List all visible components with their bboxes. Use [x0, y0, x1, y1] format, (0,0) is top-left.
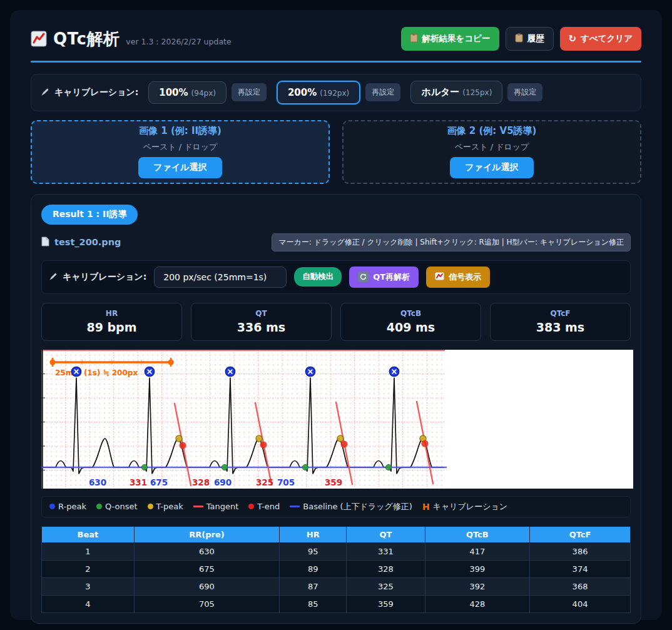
t-peak-dot-icon — [148, 504, 153, 509]
metric-card-qt: QT 336 ms — [191, 303, 332, 341]
file-select-button-1[interactable]: ファイル選択 — [138, 157, 221, 178]
clipboard-icon — [410, 33, 418, 44]
clear-all-button[interactable]: ↻ すべてクリア — [560, 27, 641, 51]
pencil-icon — [49, 272, 58, 282]
q-onset-dot-icon — [96, 504, 102, 509]
calibration-label: キャリブレーション: — [54, 87, 138, 98]
t-end-dot-icon — [248, 504, 254, 509]
beats-table: Beat RR(pre) HR QT QTcB QTcF 16309533141… — [41, 526, 631, 613]
app-window: QTc解析 ver 1.3 : 2026/2/27 update 解析結果をコピ… — [10, 10, 662, 620]
paste-drop-hint: ペースト / ドロップ — [455, 141, 529, 153]
refresh-icon: ↻ — [569, 34, 577, 44]
table-row: 163095331417386 — [42, 542, 631, 560]
table-row: 470585359428404 — [42, 595, 631, 612]
signal-chart-icon — [435, 272, 444, 282]
svg-text:359: 359 — [325, 477, 342, 487]
preset-200-reset-button[interactable]: 再設定 — [365, 83, 400, 101]
svg-text:690: 690 — [214, 477, 232, 487]
clipboard-icon — [515, 33, 523, 44]
metric-card-hr: HR 89 bpm — [41, 303, 182, 341]
calibration-toolbar: キャリブレーション: 100% (94px) 再設定 200% (192px) … — [31, 74, 641, 111]
result-calibration-row: キャリブレーション: 自動検出 QT再解析 信号表示 — [41, 260, 631, 294]
calibration-h-icon: H — [422, 502, 430, 512]
svg-text:705: 705 — [277, 477, 295, 487]
version-label: ver 1.3 : 2026/2/27 update — [126, 37, 231, 46]
preset-100-button[interactable]: 100% (94px) — [148, 81, 227, 104]
preset-100-reset-button[interactable]: 再設定 — [232, 83, 267, 101]
marker-legend: R-peak Q-onset T-peak Tangent T-end Base… — [41, 496, 631, 517]
table-header-row: Beat RR(pre) HR QT QTcB QTcF — [42, 526, 631, 542]
file-select-button-2[interactable]: ファイル選択 — [450, 157, 533, 178]
svg-text:675: 675 — [150, 477, 168, 487]
metric-card-qtcf: QTcF 383 ms — [490, 303, 631, 341]
table-row: 267589328399374 — [42, 560, 631, 577]
sync-icon — [358, 272, 369, 282]
metrics-row: HR 89 bpm QT 336 ms QTcB 409 ms QTcF 383… — [41, 303, 631, 341]
auto-detect-button[interactable]: 自動検出 — [294, 267, 342, 287]
dropzone-image-2[interactable]: 画像 2 (例: V5誘導) ペースト / ドロップ ファイル選択 — [342, 120, 641, 184]
copy-results-button[interactable]: 解析結果をコピー — [401, 27, 499, 51]
app-logo-icon — [31, 31, 47, 49]
result-panel: Result 1 : II誘導 test_200.png マーカー: ドラッグ修… — [31, 194, 641, 624]
preset-200-button[interactable]: 200% (192px) — [277, 81, 360, 104]
dropzone-title: 画像 1 (例: II誘導) — [139, 125, 221, 137]
marker-hint-bar: マーカー: ドラッグ修正 / クリック削除 | Shift+クリック: R追加 … — [272, 233, 631, 251]
header-divider — [31, 61, 641, 63]
file-icon — [41, 236, 49, 248]
dropzones-row: 画像 1 (例: II誘導) ペースト / ドロップ ファイル選択 画像 2 (… — [31, 120, 641, 184]
dropzone-title: 画像 2 (例: V5誘導) — [447, 125, 537, 137]
page-title: QTc解析 — [53, 28, 120, 50]
pencil-icon — [41, 88, 49, 98]
r-peak-dot-icon — [49, 504, 55, 509]
svg-text:25mm (1s) ≒ 200px: 25mm (1s) ≒ 200px — [55, 368, 138, 377]
dropzone-image-1[interactable]: 画像 1 (例: II誘導) ペースト / ドロップ ファイル選択 — [31, 120, 330, 184]
baseline-line-icon — [290, 506, 300, 507]
svg-text:331: 331 — [130, 477, 147, 487]
table-row: 369087325392368 — [42, 577, 631, 595]
calibration-value-input[interactable] — [154, 267, 287, 288]
svg-text:630: 630 — [89, 477, 106, 487]
qt-reanalyze-button[interactable]: QT再解析 — [349, 267, 419, 288]
filename: test_200.png — [54, 237, 121, 247]
signal-display-button[interactable]: 信号表示 — [426, 267, 490, 288]
svg-text:325: 325 — [256, 477, 273, 487]
svg-text:328: 328 — [192, 477, 210, 487]
history-button[interactable]: 履歴 — [506, 27, 554, 51]
result-badge: Result 1 : II誘導 — [41, 205, 138, 225]
header: QTc解析 ver 1.3 : 2026/2/27 update 解析結果をコピ… — [31, 27, 641, 51]
paste-drop-hint: ペースト / ドロップ — [143, 141, 218, 153]
tangent-line-icon — [193, 506, 203, 507]
metric-card-qtcb: QTcB 409 ms — [340, 303, 481, 341]
preset-holter-reset-button[interactable]: 再設定 — [507, 83, 542, 101]
preset-holter-button[interactable]: ホルター (125px) — [410, 81, 502, 104]
ecg-canvas[interactable]: 25mm (1s) ≒ 200px63067569070533132832535… — [41, 350, 633, 489]
